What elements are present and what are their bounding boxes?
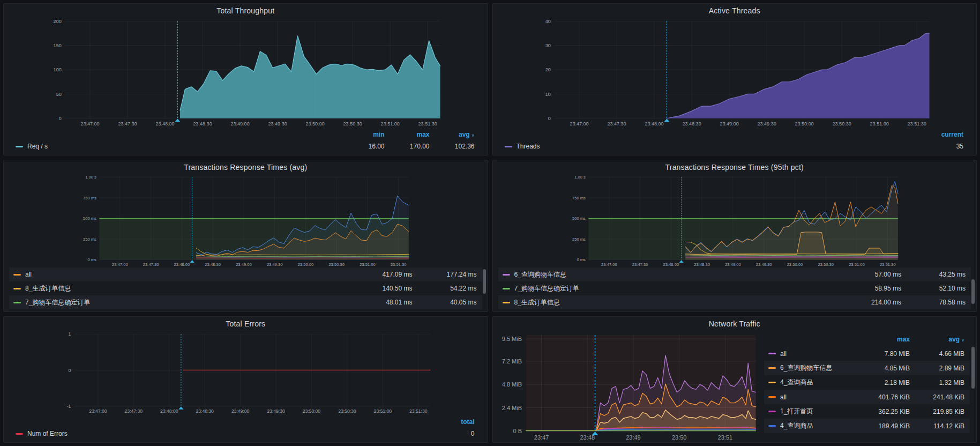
legend-item-Num of Errors[interactable]: Num of Errors (16, 430, 430, 437)
legend-sort-max[interactable]: max (855, 336, 910, 343)
svg-text:23:50:00: 23:50:00 (795, 121, 813, 127)
series-marker-icon (768, 353, 776, 354)
legend-item-7_购物车信息确定订单[interactable]: 7_购物车信息确定订单 (13, 298, 348, 307)
svg-text:1: 1 (69, 331, 71, 337)
svg-text:23:49: 23:49 (626, 434, 641, 441)
legend-item-8_生成订单信息[interactable]: 8_生成订单信息 (13, 284, 348, 293)
svg-text:4.8 MiB: 4.8 MiB (502, 381, 521, 388)
throughput-legend: minmaxavg∨Req / s16.00170.00102.36 (4, 128, 488, 155)
svg-text:23:51:00: 23:51:00 (374, 408, 392, 414)
legend-value: 219.85 KiB (910, 408, 964, 415)
legend-item-all[interactable]: all (13, 271, 348, 278)
legend-row: Req / s16.00170.00102.36 (11, 140, 480, 152)
chart-canvas[interactable]: 05010015020023:47:0023:47:3023:48:0023:4… (4, 18, 488, 128)
panel-title-network-traffic[interactable]: Network Traffic (493, 317, 977, 331)
legend-scrollbar[interactable] (971, 279, 975, 304)
legend-value: 48.01 ms (348, 299, 413, 306)
svg-text:23:51:00: 23:51:00 (849, 262, 865, 267)
legend-item-4_查询商品[interactable]: 4_查询商品 (768, 421, 855, 430)
svg-text:23:51: 23:51 (717, 434, 732, 441)
svg-text:7.2 MiB: 7.2 MiB (502, 358, 521, 365)
svg-text:23:48:00: 23:48:00 (155, 121, 174, 127)
legend-header-row: total (11, 416, 480, 428)
legend-item-4_查询商品[interactable]: 4_查询商品 (768, 378, 855, 387)
legend-value: 241.48 KiB (910, 393, 964, 401)
series-marker-icon (768, 396, 776, 398)
svg-text:23:50:00: 23:50:00 (298, 262, 314, 267)
panel-title-response-times-95pct[interactable]: Transactions Response Times (95th pct) (493, 160, 977, 174)
svg-text:30: 30 (545, 43, 550, 48)
errors-chart[interactable]: -10123:47:0023:47:3023:48:0023:48:3023:4… (4, 331, 488, 415)
response-avg-legend: all417.09 ms177.24 ms8_生成订单信息140.50 ms54… (4, 267, 488, 311)
svg-text:250 ms: 250 ms (83, 237, 96, 242)
svg-text:10: 10 (545, 92, 550, 97)
svg-text:150: 150 (54, 43, 62, 48)
legend-sort-current[interactable]: current (918, 131, 963, 138)
svg-text:23:47:30: 23:47:30 (632, 262, 648, 267)
legend-value: 58.95 ms (837, 285, 901, 292)
panel-response-times-95pct: Transactions Response Times (95th pct) 0… (492, 160, 977, 312)
svg-text:23:51:30: 23:51:30 (418, 121, 437, 127)
svg-text:23:48:00: 23:48:00 (663, 262, 679, 267)
legend-item-7_购物车信息确定订单[interactable]: 7_购物车信息确定订单 (503, 284, 837, 293)
chart-canvas[interactable]: 0 ms250 ms500 ms750 ms1.00 s23:47:0023:4… (4, 174, 488, 267)
legend-header-row: maxavg∨ (764, 332, 970, 346)
legend-value: 7.80 MiB (855, 350, 910, 358)
legend-row: all401.76 KiB241.48 KiB (764, 390, 970, 404)
legend-sort-max[interactable]: max (385, 131, 430, 138)
svg-text:2.4 MiB: 2.4 MiB (502, 405, 521, 411)
svg-text:23:49:00: 23:49:00 (236, 262, 252, 267)
panel-title-total-errors[interactable]: Total Errors (4, 317, 488, 331)
throughput-chart[interactable]: 05010015020023:47:0023:47:3023:48:0023:4… (4, 18, 488, 128)
legend-sort-min[interactable]: min (340, 131, 385, 138)
legend-value: 54.22 ms (413, 285, 477, 292)
svg-text:23:49:00: 23:49:00 (720, 121, 738, 127)
svg-text:23:50:00: 23:50:00 (306, 121, 325, 127)
legend-item-Req / s[interactable]: Req / s (16, 143, 340, 150)
legend-item-all[interactable]: all (768, 393, 855, 401)
legend-value: 4.85 MiB (855, 365, 910, 372)
threads-chart[interactable]: 01020304023:47:0023:47:3023:48:0023:48:3… (493, 18, 977, 128)
legend-item-6_查询购物车信息[interactable]: 6_查询购物车信息 (768, 363, 855, 373)
chart-canvas[interactable]: 0 ms250 ms500 ms750 ms1.00 s23:47:0023:4… (493, 174, 977, 267)
legend-sort-avg[interactable]: avg∨ (910, 336, 964, 343)
legend-value: 16.00 (340, 143, 385, 150)
legend-item-Threads[interactable]: Threads (505, 143, 919, 150)
errors-legend: totalNum of Errors0 (4, 415, 488, 442)
series-marker-icon (768, 382, 776, 383)
panel-title-response-times-avg[interactable]: Transactions Response Times (avg) (4, 160, 488, 174)
legend-value: 35 (918, 143, 963, 150)
legend-sort-total[interactable]: total (430, 418, 475, 426)
panel-title-total-throughput[interactable]: Total Throughput (4, 4, 488, 18)
svg-text:40: 40 (545, 19, 550, 24)
svg-text:250 ms: 250 ms (572, 237, 585, 242)
svg-text:23:47: 23:47 (534, 434, 549, 441)
legend-header-row: minmaxavg∨ (11, 129, 480, 140)
legend-row: all417.09 ms177.24 ms (9, 267, 482, 281)
legend-scrollbar[interactable] (483, 269, 486, 294)
network-chart[interactable]: 0 B2.4 MiB4.8 MiB7.2 MiB9.5 MiB23:4723:4… (493, 331, 761, 442)
svg-text:23:49:30: 23:49:30 (755, 262, 772, 267)
panel-title-active-threads[interactable]: Active Threads (493, 4, 977, 18)
legend-value: 78.58 ms (901, 299, 966, 306)
response-avg-chart[interactable]: 0 ms250 ms500 ms750 ms1.00 s23:47:0023:4… (4, 174, 488, 267)
svg-text:23:47:00: 23:47:00 (570, 121, 588, 127)
chart-canvas[interactable]: 0 B2.4 MiB4.8 MiB7.2 MiB9.5 MiB23:4723:4… (493, 331, 761, 442)
legend-row: 6_查询购物车信息4.85 MiB2.89 MiB (764, 361, 970, 375)
legend-row: 4_查询商品189.49 KiB114.12 KiB (764, 419, 970, 433)
legend-value: 2.89 MiB (910, 365, 964, 372)
chart-canvas[interactable]: 01020304023:47:0023:47:3023:48:0023:48:3… (493, 18, 977, 128)
legend-item-all[interactable]: all (768, 350, 855, 358)
chart-canvas[interactable]: -10123:47:0023:47:3023:48:0023:48:3023:4… (4, 331, 488, 415)
svg-text:0: 0 (69, 368, 71, 373)
legend-sort-avg[interactable]: avg∨ (430, 131, 475, 138)
legend-scrollbar[interactable] (971, 347, 975, 389)
legend-item-8_生成订单信息[interactable]: 8_生成订单信息 (503, 298, 837, 307)
response-95pct-chart[interactable]: 0 ms250 ms500 ms750 ms1.00 s23:47:0023:4… (493, 174, 977, 267)
series-marker-icon (503, 302, 510, 303)
series-marker-icon (503, 288, 510, 289)
legend-header-row: current (500, 129, 969, 140)
legend-item-1_打开首页[interactable]: 1_打开首页 (768, 407, 855, 416)
svg-text:750 ms: 750 ms (572, 196, 585, 200)
legend-item-6_查询购物车信息[interactable]: 6_查询购物车信息 (503, 270, 837, 279)
